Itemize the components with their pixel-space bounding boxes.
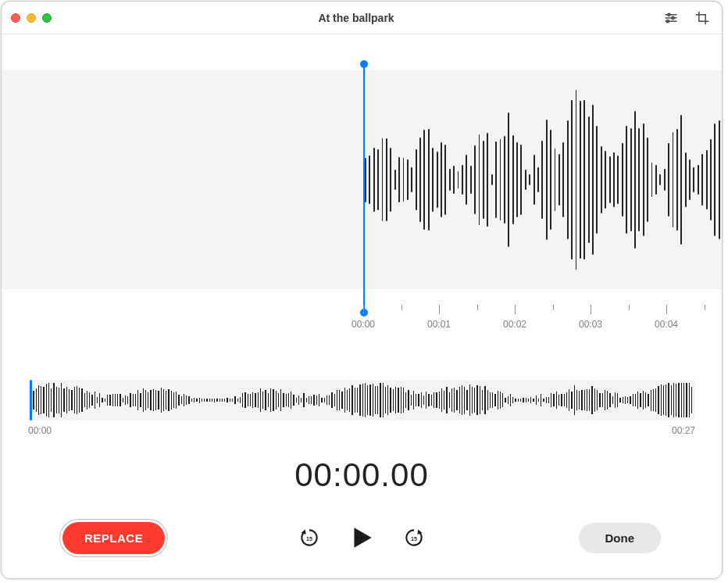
overview-bar — [523, 398, 523, 402]
overview-bar — [385, 387, 386, 414]
waveform-bar — [622, 143, 623, 217]
waveform-bar — [571, 100, 573, 259]
overview-bar — [377, 386, 378, 415]
overview-bar — [367, 385, 368, 416]
waveform-bar — [382, 138, 384, 221]
overview-bar — [186, 395, 187, 406]
waveform-bar — [520, 145, 522, 216]
overview-bar — [589, 389, 590, 412]
overview-bar — [668, 383, 669, 417]
overview-bar — [655, 388, 656, 411]
overview-bar — [607, 391, 608, 409]
waveform-bar — [377, 149, 379, 211]
overview-bar — [155, 390, 156, 410]
skip-forward-15-button[interactable]: 15 — [403, 527, 425, 549]
waveform-bar — [576, 90, 577, 269]
playhead-handle-top[interactable] — [360, 60, 368, 68]
overview-bar — [584, 390, 585, 411]
overview-bar — [84, 393, 85, 406]
overview-bar — [480, 386, 480, 414]
replace-button[interactable]: REPLACE — [62, 522, 165, 554]
waveform-bar — [659, 174, 661, 185]
overview-bar — [576, 390, 577, 411]
waveform-bar — [541, 141, 543, 219]
overview-bar — [405, 392, 406, 408]
ruler-tick-minor — [553, 305, 554, 310]
waveform-bar — [634, 111, 636, 248]
overview-bar — [380, 383, 380, 417]
overview-bar — [63, 388, 64, 412]
overview-bar — [538, 399, 539, 402]
overview-bar — [536, 395, 537, 405]
main-waveform-area[interactable]: 00:0000:0100:0200:0300:0400 — [2, 47, 722, 305]
waveform-bar — [655, 165, 657, 195]
overview-bar — [237, 399, 238, 402]
close-window-button[interactable] — [11, 13, 20, 23]
overview-bar — [301, 398, 302, 402]
overview-bar — [492, 392, 493, 408]
overview-bar — [520, 399, 521, 402]
overview-bar — [484, 386, 485, 414]
svg-text:15: 15 — [411, 536, 417, 542]
main-playhead[interactable] — [363, 64, 365, 313]
overview-bar — [526, 398, 526, 402]
waveform-bar — [411, 167, 412, 193]
overview-bar — [232, 399, 233, 402]
svg-marker-8 — [354, 528, 371, 548]
overview-bar — [209, 399, 210, 402]
waveform-bar — [592, 105, 594, 255]
overview-bar — [244, 392, 245, 407]
waveform-bar — [643, 123, 644, 235]
waveform-bar — [693, 167, 694, 191]
overview-bar — [444, 391, 444, 409]
fullscreen-window-button[interactable] — [42, 13, 52, 23]
overview-bar — [359, 384, 360, 415]
minimize-window-button[interactable] — [27, 13, 36, 23]
settings-sliders-icon[interactable] — [661, 8, 681, 28]
waveform-bar — [369, 156, 370, 204]
skip-back-15-button[interactable]: 15 — [298, 527, 320, 549]
overview-bar — [53, 383, 54, 417]
overview-bar — [316, 395, 317, 405]
overview-bar — [587, 389, 587, 412]
waveform-bar — [407, 159, 409, 199]
waveform-bar — [419, 138, 421, 223]
overview-bar — [150, 390, 151, 410]
time-ruler: 00:0000:0100:0200:0300:0400 — [363, 305, 722, 342]
overview-bar — [454, 388, 455, 413]
overview-bar — [214, 399, 215, 402]
overview-bar — [686, 383, 687, 417]
ruler-label: 00:02 — [503, 319, 526, 330]
trim-crop-icon[interactable] — [692, 8, 712, 28]
overview-playhead[interactable] — [30, 380, 32, 420]
overview-bar — [411, 395, 412, 406]
title-actions — [661, 8, 712, 28]
overview-bar — [369, 384, 370, 416]
waveform-bar — [534, 155, 535, 205]
overview-bar — [605, 390, 605, 410]
overview-bar — [145, 390, 146, 410]
overview-bar — [597, 390, 598, 411]
overview-bar — [421, 392, 422, 409]
done-button[interactable]: Done — [579, 523, 662, 553]
play-button[interactable] — [348, 524, 375, 551]
overview-bar — [661, 384, 662, 417]
overview-bar — [408, 390, 409, 410]
overview-bar — [95, 392, 95, 410]
overview-bar — [673, 383, 674, 417]
overview-bar — [476, 385, 477, 415]
waveform-bar — [588, 116, 590, 244]
overview-waveform[interactable] — [28, 380, 695, 420]
waveform-bar — [483, 141, 484, 219]
svg-marker-6 — [302, 530, 306, 535]
overview-bar — [255, 393, 255, 407]
waveform-bar — [719, 120, 720, 238]
overview-bar — [599, 393, 600, 407]
overview-bar — [260, 388, 261, 411]
overview-bar — [602, 393, 603, 408]
overview-bar — [59, 388, 59, 413]
overview-bar — [553, 394, 554, 407]
overview-bar — [324, 398, 325, 402]
waveform-bar — [470, 166, 472, 194]
overview-bar — [202, 399, 202, 402]
